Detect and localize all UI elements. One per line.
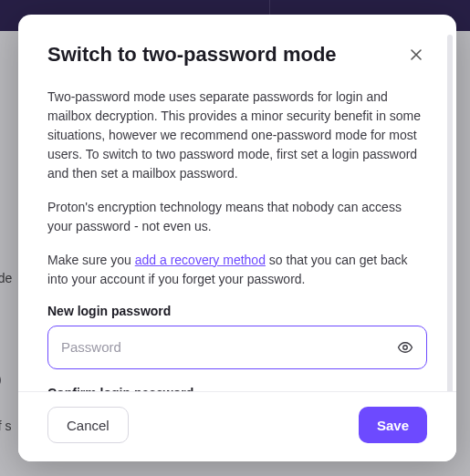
modal-paragraph-2: Proton's encryption technology means tha… (47, 198, 427, 236)
para3-pre: Make sure you (47, 253, 135, 267)
close-button[interactable] (405, 44, 427, 66)
modal-footer: Cancel Save (18, 391, 456, 461)
svg-point-0 (403, 345, 408, 349)
save-button[interactable]: Save (359, 407, 427, 443)
modal-title: Switch to two-password mode (47, 42, 337, 67)
new-password-label: New login password (47, 304, 427, 318)
new-password-input-wrap[interactable] (47, 326, 427, 369)
new-password-input[interactable] (61, 339, 386, 355)
eye-icon (397, 339, 413, 356)
scrollbar[interactable] (447, 35, 453, 391)
modal-paragraph-1: Two-password mode uses separate password… (47, 88, 427, 183)
confirm-password-label: Confirm login password (47, 386, 427, 392)
modal-paragraph-3: Make sure you add a recovery method so t… (47, 251, 427, 289)
add-recovery-method-link[interactable]: add a recovery method (135, 253, 266, 267)
modal-body: Switch to two-password mode Two-password… (18, 15, 456, 391)
cancel-button[interactable]: Cancel (47, 407, 129, 443)
two-password-modal: Switch to two-password mode Two-password… (18, 15, 456, 461)
close-icon (409, 47, 423, 62)
toggle-password-visibility-button[interactable] (393, 336, 417, 359)
